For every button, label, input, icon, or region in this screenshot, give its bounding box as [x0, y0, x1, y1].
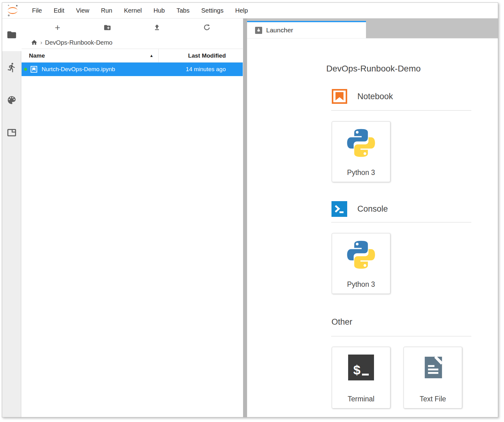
palette-icon	[6, 95, 17, 105]
section-header-notebook: Notebook	[332, 89, 393, 104]
sort-ascending-icon: ▲	[149, 53, 153, 58]
console-icon	[331, 201, 347, 217]
card-label: Python 3	[347, 280, 375, 289]
launcher-rocket-icon	[255, 27, 262, 34]
section-divider	[331, 336, 471, 336]
breadcrumb: › DevOps-Runbook-Demo	[22, 36, 243, 49]
menu-help[interactable]: Help	[229, 7, 254, 14]
sidebar-tab-open-tabs[interactable]	[6, 128, 17, 138]
card-label: Text File	[420, 395, 446, 403]
terminal-icon: $	[348, 355, 374, 380]
section-label-console: Console	[357, 204, 388, 214]
breadcrumb-separator: ›	[40, 39, 42, 46]
file-modified-cell: 14 minutes ago	[159, 66, 243, 73]
sidebar-tab-running[interactable]	[6, 62, 17, 73]
folder-icon	[6, 30, 17, 40]
launcher-card-text-file[interactable]: Text File	[404, 347, 462, 408]
home-icon[interactable]	[31, 39, 38, 46]
card-label: Python 3	[347, 168, 375, 177]
terminal-dollar-glyph: $	[353, 365, 360, 375]
column-header-modified[interactable]: Last Modified	[159, 52, 243, 59]
menu-kernel[interactable]: Kernel	[118, 7, 148, 14]
new-launcher-button[interactable]: +	[33, 24, 83, 31]
file-browser-panel: +	[22, 18, 243, 417]
file-list-header: Name ▲ Last Modified	[22, 49, 243, 63]
section-header-console: Console	[331, 201, 388, 217]
notebook-icon	[332, 89, 347, 104]
tab-launcher[interactable]: Launcher	[247, 21, 366, 38]
card-label: Terminal	[348, 395, 375, 403]
notebook-file-icon	[30, 66, 38, 73]
launcher-tab-label: Launcher	[266, 26, 293, 34]
menu-tabs[interactable]: Tabs	[171, 7, 195, 14]
activity-sidebar	[2, 18, 21, 417]
refresh-icon	[203, 24, 211, 31]
breadcrumb-current-folder[interactable]: DevOps-Runbook-Demo	[45, 39, 112, 46]
section-divider	[331, 222, 471, 222]
section-divider	[331, 110, 471, 111]
file-name-cell: Nurtch-DevOps-Demo.ipynb	[22, 66, 159, 73]
dock-tab-bar: Launcher	[247, 18, 498, 38]
terminal-underscore-glyph	[362, 374, 369, 375]
main-dock-panel: Launcher DevOps-Runbook-Demo Notebook	[247, 18, 498, 417]
upload-icon	[153, 24, 161, 31]
file-name: Nurtch-DevOps-Demo.ipynb	[42, 66, 115, 73]
sidebar-tab-files[interactable]	[2, 18, 21, 51]
name-column-label: Name	[29, 52, 45, 59]
jupyterlab-window: File Edit View Run Kernel Hub Tabs Setti…	[2, 2, 498, 417]
new-folder-icon	[104, 24, 111, 31]
section-label-other: Other	[331, 317, 352, 327]
panel-resize-handle[interactable]	[243, 18, 247, 417]
python-logo-icon	[345, 238, 377, 271]
column-header-name[interactable]: Name ▲	[22, 49, 159, 62]
launcher-card-console-python3[interactable]: Python 3	[332, 233, 390, 294]
launcher-card-notebook-python3[interactable]: Python 3	[332, 121, 390, 182]
file-browser-toolbar: +	[22, 18, 243, 36]
menu-settings[interactable]: Settings	[195, 7, 229, 14]
new-folder-button[interactable]	[83, 24, 132, 31]
jupyter-logo-icon	[6, 4, 19, 17]
file-row-selected[interactable]: Nurtch-DevOps-Demo.ipynb 14 minutes ago	[22, 63, 243, 76]
sidebar-tab-commands[interactable]	[6, 95, 17, 105]
section-header-other: Other	[331, 317, 352, 327]
menu-view[interactable]: View	[70, 7, 95, 14]
tabs-icon	[6, 128, 17, 138]
section-label-notebook: Notebook	[357, 92, 393, 101]
menu-hub[interactable]: Hub	[148, 7, 171, 14]
kernel-running-dot	[24, 68, 27, 71]
menu-edit[interactable]: Edit	[48, 7, 70, 14]
upload-button[interactable]	[132, 24, 182, 31]
running-man-icon	[6, 62, 17, 73]
text-file-icon	[420, 355, 446, 380]
menu-run[interactable]: Run	[95, 7, 118, 14]
menu-bar: File Edit View Run Kernel Hub Tabs Setti…	[2, 3, 498, 18]
python-logo-icon	[345, 127, 377, 159]
plus-icon: +	[55, 24, 60, 31]
launcher-card-terminal[interactable]: $ Terminal	[332, 347, 390, 408]
menu-file[interactable]: File	[26, 7, 48, 14]
launcher-body: DevOps-Runbook-Demo Notebook Python 3	[247, 38, 498, 417]
refresh-button[interactable]	[182, 24, 232, 31]
launcher-cwd-title: DevOps-Runbook-Demo	[326, 64, 421, 74]
